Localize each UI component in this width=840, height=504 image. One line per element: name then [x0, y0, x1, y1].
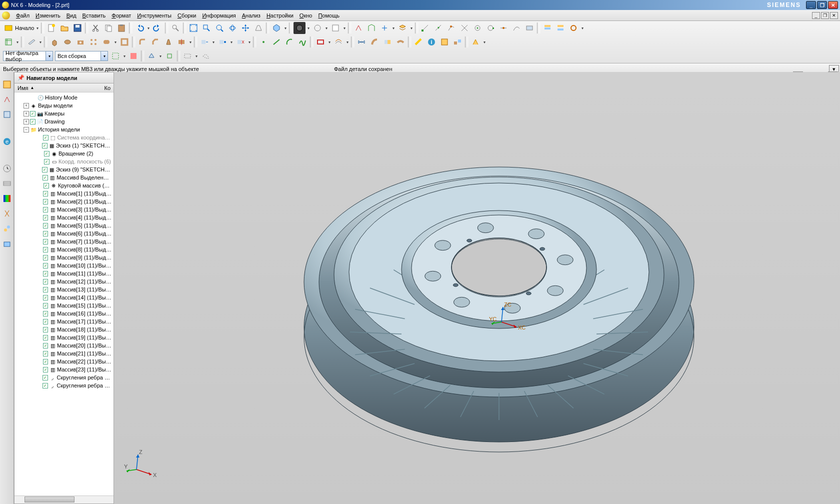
more-dropdown-icon[interactable]: ▾ [482, 40, 487, 44]
checkbox-icon[interactable]: ✓ [43, 351, 48, 356]
start-dropdown-icon[interactable]: ▾ [35, 26, 40, 30]
checkbox-icon[interactable]: ✓ [43, 359, 48, 364]
tree-node[interactable]: ✓▥Массив[23] (11)/Выд... [14, 366, 114, 374]
chamfer-button[interactable] [150, 36, 162, 48]
checkbox-icon[interactable]: ✓ [42, 167, 47, 172]
move-dropdown-icon[interactable]: ▾ [211, 40, 216, 44]
pin-icon[interactable]: 📌 [18, 74, 24, 81]
rectangle-button[interactable] [314, 36, 326, 48]
tree-node[interactable]: ✓▥Массив[7] (11)/Выде... [14, 238, 114, 246]
snap-end-button[interactable] [420, 22, 432, 34]
perspective-button[interactable] [252, 22, 264, 34]
selface-dropdown-icon[interactable]: ▾ [158, 54, 163, 58]
select-all-button[interactable] [110, 50, 122, 62]
selrect-dropdown-icon[interactable]: ▾ [194, 54, 199, 58]
move-face-button[interactable] [198, 36, 210, 48]
resize-face-button[interactable] [216, 36, 228, 48]
checkbox-icon[interactable]: ✓ [42, 375, 48, 380]
shell-button[interactable] [118, 36, 130, 48]
line-button[interactable] [270, 36, 282, 48]
delete-face-button[interactable] [234, 36, 246, 48]
tree-node[interactable]: ✓▥Массив[16] (11)/Выд... [14, 310, 114, 318]
menu-сборки[interactable]: Сборки [174, 12, 199, 20]
checkbox-icon[interactable]: ✓ [43, 335, 48, 340]
tree-node[interactable]: 🕘History Mode [14, 94, 114, 102]
seethru-button[interactable] [330, 22, 342, 34]
checkbox-icon[interactable]: ✓ [43, 239, 48, 244]
select-face-button[interactable] [146, 50, 158, 62]
roles-tab[interactable] [1, 177, 13, 190]
checkbox-icon[interactable]: ✓ [44, 151, 50, 156]
mdi-close-button[interactable]: ✕ [830, 12, 838, 19]
sweep-button[interactable] [368, 36, 380, 48]
checkbox-icon[interactable]: ✓ [43, 271, 48, 276]
close-button[interactable]: ✕ [828, 1, 838, 9]
tree-node[interactable]: ✓▥Массив[3] (11)/Выде... [14, 206, 114, 214]
checkbox-icon[interactable]: ✓ [43, 199, 48, 204]
open-button[interactable] [58, 22, 70, 34]
snap-quadrant-button[interactable] [484, 22, 496, 34]
tree-node[interactable]: +✓📷Камеры [14, 110, 114, 118]
minimize-button[interactable]: _ [806, 1, 816, 9]
checkbox-icon[interactable]: ✓ [42, 143, 47, 148]
trim-dropdown-icon[interactable]: ▾ [188, 40, 193, 44]
menu-вид[interactable]: Вид [64, 12, 80, 20]
tree-node[interactable]: ✓▥Массив[6] (11)/Выде... [14, 230, 114, 238]
surface-button[interactable] [356, 36, 368, 48]
sketch-dropdown-icon[interactable]: ▾ [15, 40, 20, 44]
save-button[interactable] [72, 22, 84, 34]
bool-dropdown-icon[interactable]: ▾ [113, 40, 118, 44]
checkbox-icon[interactable]: ✓ [43, 287, 48, 292]
checkbox-icon[interactable]: ✓ [43, 319, 48, 324]
menu-окно[interactable]: Окно [296, 12, 316, 20]
menu-настройки[interactable]: Настройки [264, 12, 296, 20]
menu-формат[interactable]: Формат [108, 12, 134, 20]
tree-node[interactable]: ✓▥Массив[19] (11)/Выд... [14, 334, 114, 342]
orient-dropdown-icon[interactable]: ▾ [391, 26, 396, 30]
layers-button[interactable] [396, 22, 408, 34]
menu-анализ[interactable]: Анализ [239, 12, 264, 20]
tree-node[interactable]: ✓▥Массив[17] (11)/Выд... [14, 318, 114, 326]
checkbox-icon[interactable]: ✓ [30, 119, 36, 124]
checkbox-icon[interactable]: ✓ [42, 175, 48, 180]
seethru-dropdown-icon[interactable]: ▾ [342, 26, 347, 30]
zoom-area-button[interactable] [200, 22, 212, 34]
layer-settings-button[interactable] [542, 22, 554, 34]
checkbox-icon[interactable]: ✓ [43, 343, 48, 348]
shaded-edges-button[interactable] [294, 22, 306, 34]
preferences-button[interactable] [568, 22, 580, 34]
mdi-minimize-button[interactable]: _ [812, 12, 820, 19]
checkbox-icon[interactable]: ✓ [43, 231, 48, 236]
tree-node[interactable]: ✓▥Массив[2] (11)/Выде... [14, 198, 114, 206]
offset-curve-button[interactable] [332, 36, 344, 48]
checkbox-icon[interactable]: ✓ [43, 367, 48, 372]
checkbox-icon[interactable]: ✓ [43, 223, 48, 228]
checkbox-icon[interactable]: ✓ [43, 247, 48, 252]
pan-button[interactable] [240, 22, 252, 34]
checkbox-icon[interactable]: ✓ [43, 295, 48, 300]
expand-icon[interactable]: − [24, 127, 29, 132]
tree-node[interactable]: ✓▥Массив[9] (11)/Выде... [14, 254, 114, 262]
constraint-navigator-tab[interactable] [1, 108, 13, 121]
checkbox-icon[interactable]: ✓ [43, 207, 48, 212]
tree-node[interactable]: ✓▥Массив[4] (11)/Выде... [14, 214, 114, 222]
snap-center-button[interactable] [472, 22, 484, 34]
navigator-hscroll[interactable] [14, 496, 114, 504]
wireframe-dropdown-icon[interactable]: ▾ [324, 26, 329, 30]
tree-node[interactable]: ✓▥Массивd Выделение... [14, 174, 114, 182]
tree-node[interactable]: ✓▥Массив[11] (11)/Выд... [14, 270, 114, 278]
graphics-viewport[interactable]: XC YC ZC X Y Z [114, 72, 840, 504]
offset-dropdown-icon[interactable]: ▾ [345, 40, 350, 44]
snap-intersect-button[interactable] [458, 22, 470, 34]
part-navigator-tab[interactable] [1, 78, 13, 91]
snap-mid-button[interactable] [432, 22, 444, 34]
scroll-thumb[interactable] [24, 496, 74, 502]
navigator-columns[interactable]: Имя▲ Ко [14, 84, 114, 92]
checkbox-icon[interactable]: ✓ [43, 311, 48, 316]
undo-dropdown-icon[interactable]: ▾ [146, 26, 151, 30]
tree-node[interactable]: ✓▥Массив[21] (11)/Выд... [14, 350, 114, 358]
arc-button[interactable] [284, 36, 296, 48]
unite-button[interactable] [100, 36, 112, 48]
checkbox-icon[interactable]: ✓ [43, 215, 48, 220]
new-button[interactable] [46, 22, 58, 34]
